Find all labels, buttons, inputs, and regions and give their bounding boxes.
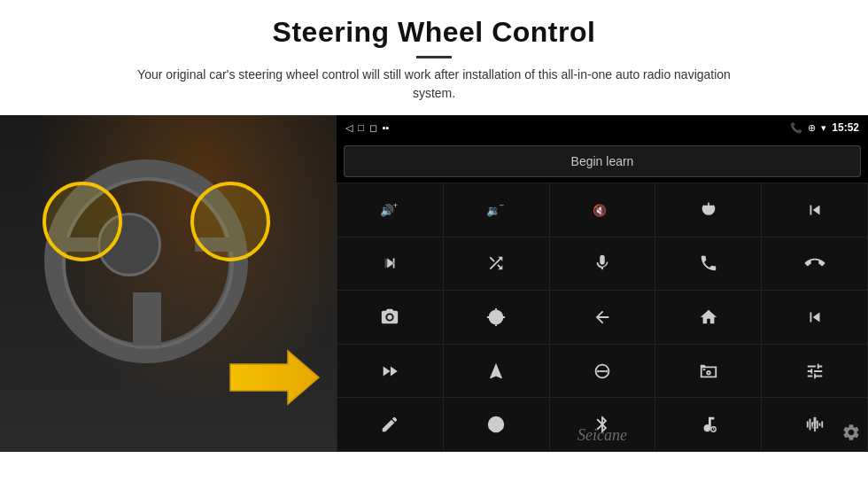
- svg-text:360°: 360°: [493, 315, 502, 320]
- svg-text:−: −: [500, 201, 504, 210]
- sliders-button[interactable]: [762, 345, 867, 398]
- phone-answer-button[interactable]: [655, 237, 761, 291]
- power-button[interactable]: [655, 183, 761, 237]
- settings-gear-icon[interactable]: [841, 423, 861, 447]
- page-container: Steering Wheel Control Your original car…: [0, 0, 868, 452]
- page-description: Your original car's steering wheel contr…: [124, 66, 744, 103]
- camera-button[interactable]: [337, 291, 443, 344]
- page-title: Steering Wheel Control: [53, 16, 815, 49]
- signal-icon: ▪▪: [383, 122, 390, 133]
- vol-up-button[interactable]: 🔊+: [337, 183, 443, 237]
- status-bar: ◁ □ ◻ ▪▪ 📞 ⊕ ▾ 15:52: [337, 115, 868, 140]
- highlight-right-buttons: [190, 182, 270, 261]
- radio-button[interactable]: [655, 345, 761, 398]
- 360-view-button[interactable]: 360°: [444, 291, 549, 344]
- android-panel-wrapper: ◁ □ ◻ ▪▪ 📞 ⊕ ▾ 15:52 Begin lear: [337, 115, 868, 452]
- svg-text:+: +: [393, 201, 398, 210]
- begin-learn-button[interactable]: Begin learn: [344, 145, 861, 177]
- vol-down-button[interactable]: 🔉−: [444, 183, 549, 237]
- next-button[interactable]: [337, 237, 443, 291]
- svg-rect-13: [806, 422, 808, 428]
- svg-point-8: [597, 369, 600, 372]
- bluetooth-button[interactable]: [550, 398, 655, 451]
- highlight-left-buttons: [43, 182, 122, 261]
- mute-button[interactable]: 🔇: [550, 183, 655, 237]
- svg-rect-15: [811, 422, 813, 427]
- pen-button[interactable]: [337, 398, 443, 451]
- status-time: 15:52: [832, 121, 859, 134]
- navigate-button[interactable]: [444, 345, 549, 398]
- svg-point-6: [388, 315, 393, 320]
- equalizer-button[interactable]: [550, 345, 655, 398]
- svg-rect-19: [821, 422, 823, 428]
- home-button[interactable]: [655, 291, 761, 344]
- android-panel: ◁ □ ◻ ▪▪ 📞 ⊕ ▾ 15:52 Begin lear: [337, 115, 868, 452]
- music-settings-button[interactable]: [655, 398, 761, 451]
- mic-button[interactable]: [550, 237, 655, 291]
- phone-end-button[interactable]: [762, 237, 867, 291]
- title-divider: [416, 56, 452, 58]
- circle-dot-button[interactable]: [444, 398, 549, 451]
- controls-grid: 🔊+ 🔉− 🔇: [337, 183, 868, 452]
- page-header: Steering Wheel Control Your original car…: [0, 0, 868, 112]
- spoke-bottom: [133, 292, 161, 346]
- recents-nav-icon[interactable]: ◻: [369, 122, 377, 134]
- status-bar-left: ◁ □ ◻ ▪▪: [345, 122, 389, 134]
- svg-rect-17: [816, 421, 818, 429]
- svg-text:🔇: 🔇: [593, 203, 608, 217]
- phone-status-icon: 📞: [790, 122, 802, 134]
- shuffle-button[interactable]: [444, 237, 549, 291]
- back-button[interactable]: [550, 291, 655, 344]
- svg-rect-16: [814, 417, 816, 432]
- status-bar-right: 📞 ⊕ ▾ 15:52: [790, 121, 859, 134]
- location-status-icon: ⊕: [808, 122, 816, 134]
- svg-point-9: [605, 369, 608, 372]
- back-nav-icon[interactable]: ◁: [345, 122, 353, 134]
- arrow-indicator: [221, 342, 328, 416]
- prev-track-button[interactable]: [762, 183, 867, 237]
- car-image: [0, 115, 337, 452]
- svg-rect-18: [818, 423, 820, 426]
- begin-learn-row: Begin learn: [337, 140, 868, 183]
- fast-forward-button[interactable]: [337, 345, 443, 398]
- svg-rect-14: [809, 419, 810, 431]
- home-nav-icon[interactable]: □: [358, 122, 364, 133]
- skip-back-button[interactable]: [762, 291, 867, 344]
- content-area: ◁ □ ◻ ▪▪ 📞 ⊕ ▾ 15:52 Begin lear: [0, 115, 868, 452]
- svg-point-11: [493, 422, 499, 427]
- wifi-status-icon: ▾: [821, 122, 826, 134]
